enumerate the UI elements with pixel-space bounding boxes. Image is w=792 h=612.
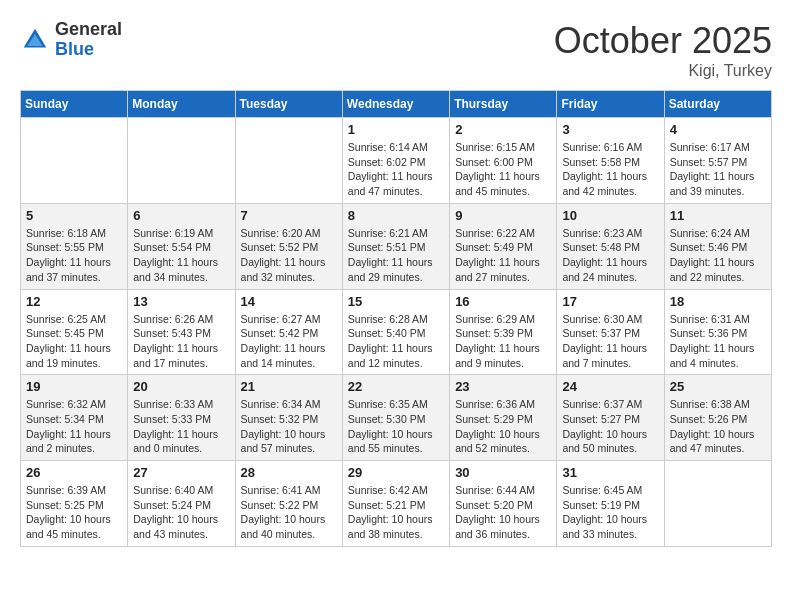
calendar-day-cell: 25Sunrise: 6:38 AM Sunset: 5:26 PM Dayli… <box>664 375 771 461</box>
day-number: 22 <box>348 379 444 394</box>
calendar-day-cell: 4Sunrise: 6:17 AM Sunset: 5:57 PM Daylig… <box>664 118 771 204</box>
day-number: 5 <box>26 208 122 223</box>
calendar-day-cell: 13Sunrise: 6:26 AM Sunset: 5:43 PM Dayli… <box>128 289 235 375</box>
calendar-day-cell <box>664 461 771 547</box>
day-number: 17 <box>562 294 658 309</box>
day-info: Sunrise: 6:26 AM Sunset: 5:43 PM Dayligh… <box>133 312 229 371</box>
title-block: October 2025 Kigi, Turkey <box>554 20 772 80</box>
calendar-day-cell: 6Sunrise: 6:19 AM Sunset: 5:54 PM Daylig… <box>128 203 235 289</box>
calendar-day-cell: 29Sunrise: 6:42 AM Sunset: 5:21 PM Dayli… <box>342 461 449 547</box>
day-number: 31 <box>562 465 658 480</box>
day-info: Sunrise: 6:39 AM Sunset: 5:25 PM Dayligh… <box>26 483 122 542</box>
day-info: Sunrise: 6:22 AM Sunset: 5:49 PM Dayligh… <box>455 226 551 285</box>
day-info: Sunrise: 6:42 AM Sunset: 5:21 PM Dayligh… <box>348 483 444 542</box>
calendar-day-cell: 18Sunrise: 6:31 AM Sunset: 5:36 PM Dayli… <box>664 289 771 375</box>
calendar-day-cell: 24Sunrise: 6:37 AM Sunset: 5:27 PM Dayli… <box>557 375 664 461</box>
weekday-header: Wednesday <box>342 91 449 118</box>
calendar-day-cell: 17Sunrise: 6:30 AM Sunset: 5:37 PM Dayli… <box>557 289 664 375</box>
calendar-day-cell: 28Sunrise: 6:41 AM Sunset: 5:22 PM Dayli… <box>235 461 342 547</box>
day-number: 25 <box>670 379 766 394</box>
day-number: 10 <box>562 208 658 223</box>
day-number: 12 <box>26 294 122 309</box>
day-info: Sunrise: 6:24 AM Sunset: 5:46 PM Dayligh… <box>670 226 766 285</box>
calendar-day-cell: 7Sunrise: 6:20 AM Sunset: 5:52 PM Daylig… <box>235 203 342 289</box>
day-info: Sunrise: 6:21 AM Sunset: 5:51 PM Dayligh… <box>348 226 444 285</box>
logo-text: General Blue <box>55 20 122 60</box>
calendar-week-row: 19Sunrise: 6:32 AM Sunset: 5:34 PM Dayli… <box>21 375 772 461</box>
day-number: 24 <box>562 379 658 394</box>
day-info: Sunrise: 6:40 AM Sunset: 5:24 PM Dayligh… <box>133 483 229 542</box>
day-number: 6 <box>133 208 229 223</box>
weekday-header: Saturday <box>664 91 771 118</box>
calendar-day-cell: 3Sunrise: 6:16 AM Sunset: 5:58 PM Daylig… <box>557 118 664 204</box>
day-info: Sunrise: 6:27 AM Sunset: 5:42 PM Dayligh… <box>241 312 337 371</box>
calendar-day-cell: 26Sunrise: 6:39 AM Sunset: 5:25 PM Dayli… <box>21 461 128 547</box>
day-number: 30 <box>455 465 551 480</box>
day-info: Sunrise: 6:36 AM Sunset: 5:29 PM Dayligh… <box>455 397 551 456</box>
day-info: Sunrise: 6:19 AM Sunset: 5:54 PM Dayligh… <box>133 226 229 285</box>
day-number: 29 <box>348 465 444 480</box>
day-info: Sunrise: 6:23 AM Sunset: 5:48 PM Dayligh… <box>562 226 658 285</box>
weekday-header: Thursday <box>450 91 557 118</box>
calendar-day-cell: 11Sunrise: 6:24 AM Sunset: 5:46 PM Dayli… <box>664 203 771 289</box>
day-number: 3 <box>562 122 658 137</box>
day-info: Sunrise: 6:14 AM Sunset: 6:02 PM Dayligh… <box>348 140 444 199</box>
day-info: Sunrise: 6:41 AM Sunset: 5:22 PM Dayligh… <box>241 483 337 542</box>
day-info: Sunrise: 6:18 AM Sunset: 5:55 PM Dayligh… <box>26 226 122 285</box>
day-number: 4 <box>670 122 766 137</box>
calendar-day-cell: 22Sunrise: 6:35 AM Sunset: 5:30 PM Dayli… <box>342 375 449 461</box>
logo-general: General <box>55 20 122 40</box>
calendar-week-row: 26Sunrise: 6:39 AM Sunset: 5:25 PM Dayli… <box>21 461 772 547</box>
day-number: 20 <box>133 379 229 394</box>
day-number: 13 <box>133 294 229 309</box>
day-info: Sunrise: 6:38 AM Sunset: 5:26 PM Dayligh… <box>670 397 766 456</box>
day-number: 16 <box>455 294 551 309</box>
calendar-header-row: SundayMondayTuesdayWednesdayThursdayFrid… <box>21 91 772 118</box>
calendar-table: SundayMondayTuesdayWednesdayThursdayFrid… <box>20 90 772 547</box>
weekday-header: Sunday <box>21 91 128 118</box>
calendar-day-cell: 1Sunrise: 6:14 AM Sunset: 6:02 PM Daylig… <box>342 118 449 204</box>
calendar-day-cell: 16Sunrise: 6:29 AM Sunset: 5:39 PM Dayli… <box>450 289 557 375</box>
day-info: Sunrise: 6:34 AM Sunset: 5:32 PM Dayligh… <box>241 397 337 456</box>
day-info: Sunrise: 6:31 AM Sunset: 5:36 PM Dayligh… <box>670 312 766 371</box>
day-number: 23 <box>455 379 551 394</box>
day-number: 1 <box>348 122 444 137</box>
calendar-week-row: 12Sunrise: 6:25 AM Sunset: 5:45 PM Dayli… <box>21 289 772 375</box>
weekday-header: Friday <box>557 91 664 118</box>
page-header: General Blue October 2025 Kigi, Turkey <box>20 20 772 80</box>
day-number: 21 <box>241 379 337 394</box>
day-number: 18 <box>670 294 766 309</box>
calendar-day-cell: 23Sunrise: 6:36 AM Sunset: 5:29 PM Dayli… <box>450 375 557 461</box>
weekday-header: Monday <box>128 91 235 118</box>
day-number: 28 <box>241 465 337 480</box>
day-info: Sunrise: 6:44 AM Sunset: 5:20 PM Dayligh… <box>455 483 551 542</box>
day-number: 9 <box>455 208 551 223</box>
calendar-day-cell: 9Sunrise: 6:22 AM Sunset: 5:49 PM Daylig… <box>450 203 557 289</box>
calendar-day-cell: 21Sunrise: 6:34 AM Sunset: 5:32 PM Dayli… <box>235 375 342 461</box>
calendar-day-cell <box>21 118 128 204</box>
weekday-header: Tuesday <box>235 91 342 118</box>
calendar-day-cell: 30Sunrise: 6:44 AM Sunset: 5:20 PM Dayli… <box>450 461 557 547</box>
calendar-day-cell: 2Sunrise: 6:15 AM Sunset: 6:00 PM Daylig… <box>450 118 557 204</box>
logo: General Blue <box>20 20 122 60</box>
day-number: 2 <box>455 122 551 137</box>
calendar-day-cell <box>128 118 235 204</box>
day-info: Sunrise: 6:29 AM Sunset: 5:39 PM Dayligh… <box>455 312 551 371</box>
calendar-week-row: 1Sunrise: 6:14 AM Sunset: 6:02 PM Daylig… <box>21 118 772 204</box>
calendar-day-cell: 5Sunrise: 6:18 AM Sunset: 5:55 PM Daylig… <box>21 203 128 289</box>
day-number: 15 <box>348 294 444 309</box>
calendar-day-cell: 8Sunrise: 6:21 AM Sunset: 5:51 PM Daylig… <box>342 203 449 289</box>
calendar-day-cell: 14Sunrise: 6:27 AM Sunset: 5:42 PM Dayli… <box>235 289 342 375</box>
calendar-day-cell: 20Sunrise: 6:33 AM Sunset: 5:33 PM Dayli… <box>128 375 235 461</box>
day-info: Sunrise: 6:33 AM Sunset: 5:33 PM Dayligh… <box>133 397 229 456</box>
day-info: Sunrise: 6:35 AM Sunset: 5:30 PM Dayligh… <box>348 397 444 456</box>
location: Kigi, Turkey <box>554 62 772 80</box>
day-number: 27 <box>133 465 229 480</box>
calendar-week-row: 5Sunrise: 6:18 AM Sunset: 5:55 PM Daylig… <box>21 203 772 289</box>
calendar-day-cell: 19Sunrise: 6:32 AM Sunset: 5:34 PM Dayli… <box>21 375 128 461</box>
day-info: Sunrise: 6:30 AM Sunset: 5:37 PM Dayligh… <box>562 312 658 371</box>
calendar-day-cell: 15Sunrise: 6:28 AM Sunset: 5:40 PM Dayli… <box>342 289 449 375</box>
day-number: 14 <box>241 294 337 309</box>
calendar-day-cell: 31Sunrise: 6:45 AM Sunset: 5:19 PM Dayli… <box>557 461 664 547</box>
day-number: 19 <box>26 379 122 394</box>
